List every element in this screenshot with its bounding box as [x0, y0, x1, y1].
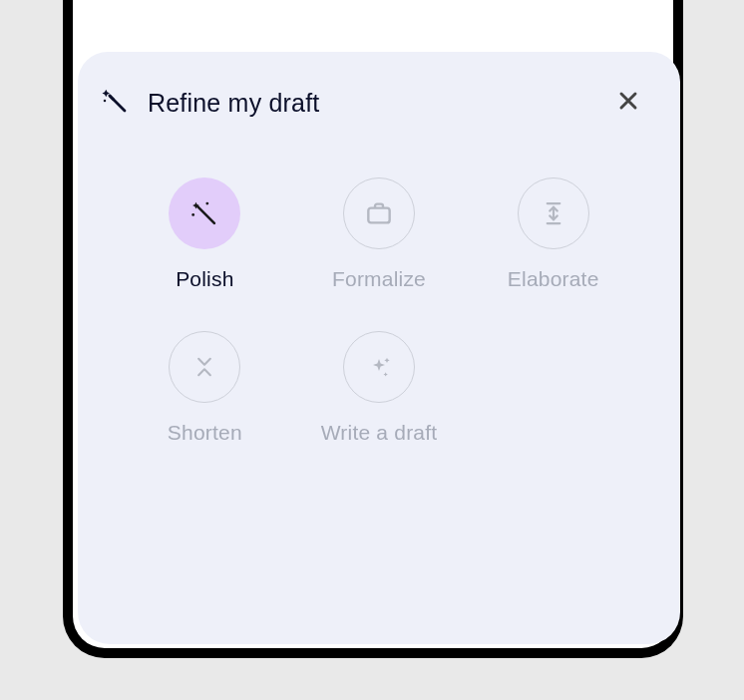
- expand-icon: [518, 177, 589, 249]
- sheet-header: Refine my draft: [78, 52, 680, 120]
- options-grid: Polish Formalize Elaborat: [78, 120, 680, 445]
- briefcase-icon: [343, 177, 415, 249]
- close-button[interactable]: [614, 87, 642, 119]
- svg-rect-3: [368, 208, 389, 223]
- option-polish[interactable]: Polish: [118, 177, 292, 291]
- option-label: Elaborate: [508, 267, 599, 291]
- close-icon: [614, 87, 642, 115]
- svg-point-2: [192, 213, 195, 216]
- option-shorten[interactable]: Shorten: [118, 331, 292, 445]
- sparkles-icon: [343, 331, 415, 403]
- svg-point-1: [206, 202, 209, 205]
- magic-pen-icon: [100, 86, 130, 120]
- option-elaborate[interactable]: Elaborate: [466, 177, 640, 291]
- option-label: Shorten: [168, 421, 242, 445]
- sheet-title: Refine my draft: [148, 89, 614, 118]
- option-label: Write a draft: [321, 421, 438, 445]
- option-write-draft[interactable]: Write a draft: [292, 331, 467, 445]
- collapse-icon: [169, 331, 240, 403]
- option-label: Polish: [176, 267, 233, 291]
- refine-draft-sheet: Refine my draft Polish: [78, 52, 680, 644]
- option-label: Formalize: [332, 267, 426, 291]
- svg-point-0: [104, 100, 107, 103]
- option-formalize[interactable]: Formalize: [292, 177, 467, 291]
- magic-wand-icon: [169, 177, 240, 249]
